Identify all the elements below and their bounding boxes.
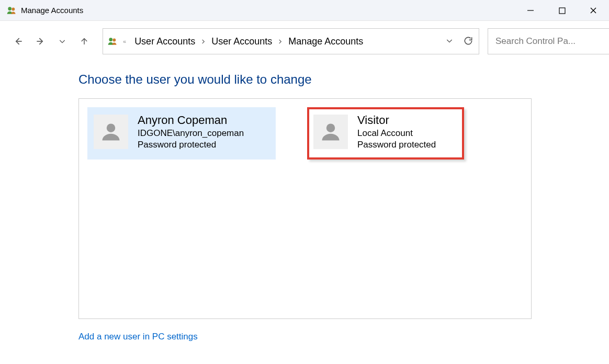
arrow-up-icon (80, 37, 89, 46)
content-area: Choose the user you would like to change… (0, 72, 609, 342)
user-icon (319, 120, 342, 143)
accounts-list: Anyron Copeman IDGONE\anyron_copeman Pas… (78, 98, 532, 319)
page-title: Choose the user you would like to change (78, 72, 609, 87)
up-button[interactable] (74, 31, 94, 51)
account-subtitle: Local Account (357, 128, 436, 139)
svg-point-14 (326, 123, 335, 132)
svg-point-1 (12, 7, 15, 10)
svg-point-9 (109, 38, 112, 41)
svg-point-0 (8, 7, 12, 10)
user-accounts-icon (107, 36, 118, 47)
maximize-button[interactable] (546, 0, 578, 21)
account-name: Anyron Copeman (138, 113, 244, 127)
address-dropdown-button[interactable] (445, 37, 454, 47)
account-info: Anyron Copeman IDGONE\anyron_copeman Pas… (138, 113, 244, 150)
minimize-icon (527, 7, 534, 14)
account-name: Visitor (357, 113, 436, 127)
chevron-left-double-icon[interactable]: « (123, 38, 126, 44)
breadcrumb-item[interactable]: Manage Accounts (285, 34, 366, 49)
maximize-icon (559, 7, 566, 14)
svg-rect-3 (559, 8, 565, 14)
account-subtitle: IDGONE\anyron_copeman (138, 128, 244, 139)
nav-buttons (8, 31, 94, 51)
breadcrumb-item[interactable]: User Accounts (131, 34, 198, 49)
arrow-left-icon (13, 36, 24, 47)
svg-point-10 (112, 39, 116, 42)
nav-row: « User Accounts User Accounts Manage Acc… (0, 21, 609, 63)
avatar (94, 115, 128, 149)
add-user-link[interactable]: Add a new user in PC settings (78, 332, 198, 342)
account-status: Password protected (138, 140, 244, 150)
minimize-button[interactable] (515, 0, 546, 21)
address-bar[interactable]: « User Accounts User Accounts Manage Acc… (103, 28, 479, 54)
window-controls (515, 0, 609, 21)
forward-button[interactable] (30, 31, 50, 51)
chevron-right-icon[interactable] (277, 39, 283, 44)
refresh-button[interactable] (463, 36, 473, 48)
arrow-right-icon (35, 36, 46, 47)
account-tile[interactable]: Visitor Local Account Password protected (307, 107, 464, 160)
avatar (313, 115, 348, 149)
window-title: Manage Accounts (21, 6, 83, 15)
account-tile[interactable]: Anyron Copeman IDGONE\anyron_copeman Pas… (87, 107, 276, 160)
search-input[interactable] (494, 36, 607, 47)
chevron-down-icon (58, 37, 66, 46)
close-button[interactable] (578, 0, 609, 21)
chevron-right-icon[interactable] (200, 39, 206, 44)
user-accounts-icon (6, 5, 17, 16)
account-info: Visitor Local Account Password protected (357, 113, 436, 150)
svg-point-13 (107, 123, 116, 132)
breadcrumb-item[interactable]: User Accounts (208, 34, 275, 49)
breadcrumb: User Accounts User Accounts Manage Accou… (131, 34, 441, 49)
account-status: Password protected (357, 140, 436, 150)
recent-button[interactable] (52, 31, 72, 51)
refresh-icon (463, 36, 473, 46)
close-icon (590, 7, 597, 14)
back-button[interactable] (8, 31, 28, 51)
titlebar: Manage Accounts (0, 0, 609, 21)
chevron-down-icon (445, 37, 454, 45)
user-icon (99, 120, 122, 143)
search-box[interactable] (488, 28, 609, 54)
